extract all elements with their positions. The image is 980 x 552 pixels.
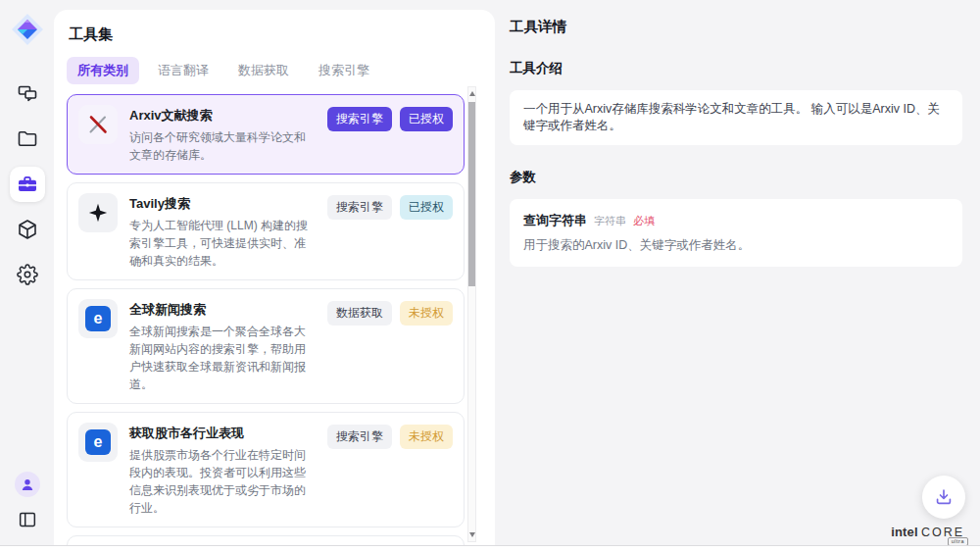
sparkle-icon bbox=[87, 202, 109, 224]
gear-icon bbox=[17, 264, 38, 285]
status-badge: 未授权 bbox=[400, 301, 453, 326]
param-item: 查询字符串 字符串 必填 用于搜索的Arxiv ID、关键字或作者姓名。 bbox=[523, 212, 949, 254]
app-logo-icon bbox=[10, 12, 45, 47]
param-description: 用于搜索的Arxiv ID、关键字或作者姓名。 bbox=[523, 237, 949, 254]
tool-card[interactable]: Arxiv文献搜索 访问各个研究领域大量科学论文和文章的存储库。 搜索引擎 已授… bbox=[67, 94, 465, 175]
tool-icon: e bbox=[78, 299, 118, 338]
category-tab[interactable]: 所有类别 bbox=[67, 57, 139, 84]
intel-wordmark: intel bbox=[891, 525, 918, 539]
category-badge: 搜索引擎 bbox=[327, 107, 392, 131]
sidebar-nav bbox=[10, 76, 45, 292]
tool-title: Tavily搜索 bbox=[129, 195, 316, 213]
tool-card-main: Arxiv文献搜索 访问各个研究领域大量科学论文和文章的存储库。 bbox=[129, 105, 316, 164]
tool-icon bbox=[78, 193, 118, 232]
status-badge: 未授权 bbox=[400, 425, 453, 449]
tool-badges: 搜索引擎 已授权 bbox=[327, 105, 453, 164]
juhe-logo-icon: e bbox=[85, 429, 111, 455]
sidebar-item-tools[interactable] bbox=[10, 167, 45, 202]
tool-card-main: 全球新闻搜索 全球新闻搜索是一个聚合全球各大新闻网站内容的搜索引擎，帮助用户快速… bbox=[129, 299, 316, 393]
tool-card[interactable]: e 获取市场最活跃股票信息 提供当天交易量最高的股票列表，投资者可以利用这些信息… bbox=[67, 535, 465, 546]
tool-description: 全球新闻搜索是一个聚合全球各大新闻网站内容的搜索引擎，帮助用户快速获取全球最新资… bbox=[129, 323, 316, 393]
tool-card-main: 获取股市各行业表现 提供股票市场各个行业在特定时间段内的表现。投资者可以利用这些… bbox=[129, 423, 316, 517]
tool-badges: 搜索引擎 已授权 bbox=[327, 193, 453, 270]
sidebar-item-files[interactable] bbox=[10, 122, 45, 157]
sidebar bbox=[0, 0, 54, 545]
category-tab[interactable]: 搜索引擎 bbox=[308, 57, 380, 84]
details-title: 工具详情 bbox=[510, 18, 962, 36]
scroll-up-arrow[interactable] bbox=[469, 91, 475, 96]
tool-description: 专为人工智能代理 (LLM) 构建的搜索引擎工具，可快速提供实时、准确和真实的结… bbox=[129, 217, 316, 270]
status-badge: 已授权 bbox=[400, 107, 453, 131]
tool-badges: 搜索引擎 未授权 bbox=[327, 423, 453, 517]
tool-card[interactable]: e 获取股市各行业表现 提供股票市场各个行业在特定时间段内的表现。投资者可以利用… bbox=[67, 412, 465, 527]
intro-text: 一个用于从Arxiv存储库搜索科学论文和文章的工具。 输入可以是Arxiv ID… bbox=[510, 90, 962, 145]
panel-layout-icon bbox=[17, 509, 38, 530]
arxiv-logo-icon bbox=[86, 113, 110, 136]
person-icon bbox=[19, 476, 36, 493]
download-icon bbox=[933, 486, 955, 508]
scrollbar-thumb[interactable] bbox=[468, 102, 475, 286]
scrollbar[interactable] bbox=[467, 86, 476, 542]
tool-icon bbox=[78, 105, 118, 144]
category-tab[interactable]: 数据获取 bbox=[227, 57, 300, 84]
juhe-logo-icon: e bbox=[85, 306, 111, 331]
category-tabs: 所有类别语言翻译数据获取搜索引擎 bbox=[54, 44, 495, 84]
param-name: 查询字符串 bbox=[523, 212, 587, 229]
param-required-flag: 必填 bbox=[633, 214, 655, 228]
category-badge: 数据获取 bbox=[327, 301, 392, 326]
folder-icon bbox=[16, 127, 39, 151]
tool-description: 提供股票市场各个行业在特定时间段内的表现。投资者可以利用这些信息来识别表现优于或… bbox=[129, 446, 316, 517]
param-list: 查询字符串 字符串 必填 用于搜索的Arxiv ID、关键字或作者姓名。 bbox=[510, 199, 962, 267]
param-type: 字符串 bbox=[594, 214, 626, 228]
sidebar-item-settings[interactable] bbox=[10, 257, 45, 292]
tool-card-main: Tavily搜索 专为人工智能代理 (LLM) 构建的搜索引擎工具，可快速提供实… bbox=[129, 193, 316, 270]
collapse-sidebar-button[interactable] bbox=[14, 506, 41, 533]
tool-description: 访问各个研究领域大量科学论文和文章的存储库。 bbox=[129, 128, 316, 164]
tool-icon: e bbox=[78, 423, 118, 462]
tool-card-list: Arxiv文献搜索 访问各个研究领域大量科学论文和文章的存储库。 搜索引擎 已授… bbox=[67, 94, 465, 546]
chat-icon bbox=[16, 82, 39, 106]
tool-card[interactable]: e 全球新闻搜索 全球新闻搜索是一个聚合全球各大新闻网站内容的搜索引擎，帮助用户… bbox=[67, 288, 465, 404]
user-avatar[interactable] bbox=[15, 472, 40, 497]
params-heading: 参数 bbox=[510, 169, 962, 186]
tool-details-panel: 工具详情 工具介绍 一个用于从Arxiv存储库搜索科学论文和文章的工具。 输入可… bbox=[495, 0, 980, 545]
page-title: 工具集 bbox=[54, 10, 495, 44]
tool-card[interactable]: Tavily搜索 专为人工智能代理 (LLM) 构建的搜索引擎工具，可快速提供实… bbox=[67, 182, 465, 280]
ultra-badge: ultra bbox=[948, 537, 968, 546]
intel-core-logo: intel CORE ultra bbox=[891, 525, 968, 539]
tool-badges: 数据获取 未授权 bbox=[327, 299, 453, 393]
intro-heading: 工具介绍 bbox=[510, 60, 962, 77]
sidebar-bottom bbox=[0, 472, 54, 533]
sidebar-item-plugins[interactable] bbox=[10, 212, 45, 247]
scroll-down-arrow[interactable] bbox=[469, 532, 475, 537]
tool-title: 获取股市各行业表现 bbox=[129, 425, 316, 442]
tool-title: 全球新闻搜索 bbox=[129, 301, 316, 319]
toolbox-icon bbox=[16, 173, 39, 196]
category-badge: 搜索引擎 bbox=[327, 195, 392, 220]
category-tab[interactable]: 语言翻译 bbox=[147, 57, 220, 84]
sidebar-item-chat[interactable] bbox=[10, 76, 45, 112]
tool-title: Arxiv文献搜索 bbox=[129, 107, 316, 125]
param-head: 查询字符串 字符串 必填 bbox=[523, 212, 949, 229]
status-badge: 已授权 bbox=[400, 195, 453, 220]
category-badge: 搜索引擎 bbox=[327, 425, 392, 449]
app-window: 工具集 所有类别语言翻译数据获取搜索引擎 Arxiv文献搜索 访问各个研究领域大… bbox=[0, 0, 980, 546]
cube-icon bbox=[16, 218, 39, 241]
tools-panel: 工具集 所有类别语言翻译数据获取搜索引擎 Arxiv文献搜索 访问各个研究领域大… bbox=[54, 10, 495, 546]
download-button[interactable] bbox=[922, 476, 965, 519]
